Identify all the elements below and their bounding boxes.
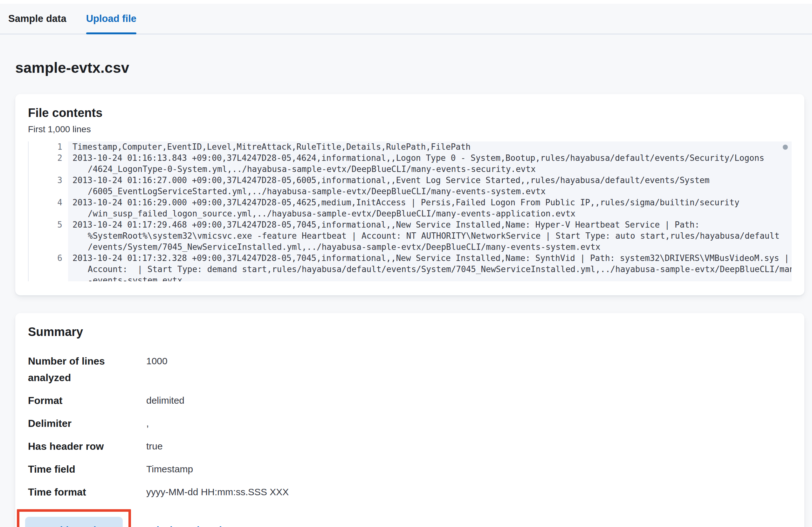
summary-row: Has header rowtrue xyxy=(28,435,792,458)
code-text: /4624_LogonType-0-System.yml,../hayabusa… xyxy=(68,164,792,175)
summary-row: Delimiter, xyxy=(28,412,792,435)
tab-sample-data[interactable]: Sample data xyxy=(8,4,67,34)
code-row: -events-system.evtx xyxy=(29,275,792,281)
code-text: 2013-10-24 01:16:13.843 +09:00,37L4247D2… xyxy=(68,152,792,164)
code-row: 62013-10-24 01:17:32.328 +09:00,37L4247D… xyxy=(29,253,792,264)
top-strip xyxy=(0,0,812,4)
code-row: 22013-10-24 01:16:13.843 +09:00,37L4247D… xyxy=(29,152,792,164)
scrollbar-thumb[interactable] xyxy=(783,145,788,150)
code-row: 32013-10-24 01:16:27.000 +09:00,37L4247D… xyxy=(29,175,792,186)
analysis-explanation-link[interactable]: Analysis explanation xyxy=(139,525,233,527)
summary-row-label: Has header row xyxy=(28,438,146,455)
code-row: /events/System/7045_NewServiceInstalled.… xyxy=(29,241,792,253)
summary-heading: Summary xyxy=(28,325,792,339)
line-number: 5 xyxy=(29,219,68,231)
tab-upload-file-label: Upload file xyxy=(86,13,136,25)
summary-row-value: Timestamp xyxy=(146,461,792,478)
line-number xyxy=(29,208,68,219)
code-row: 42013-10-24 01:16:29.000 +09:00,37L4247D… xyxy=(29,197,792,208)
line-number xyxy=(29,264,68,275)
line-number xyxy=(29,164,68,175)
line-number xyxy=(29,241,68,253)
code-text: 2013-10-24 01:17:32.328 +09:00,37L4247D2… xyxy=(68,253,792,264)
summary-actions: Override settings Analysis explanation xyxy=(28,509,792,527)
code-rows: 1Timestamp,Computer,EventID,Level,MitreA… xyxy=(29,142,792,281)
tab-bar: Sample data Upload file xyxy=(0,4,812,34)
line-number xyxy=(29,231,68,241)
file-preview-codeblock[interactable]: 1Timestamp,Computer,EventID,Level,MitreA… xyxy=(28,142,792,281)
summary-row-value: true xyxy=(146,438,792,455)
line-number: 4 xyxy=(29,197,68,208)
file-contents-subtitle: First 1,000 lines xyxy=(28,124,792,134)
code-text: 2013-10-24 01:16:27.000 +09:00,37L4247D2… xyxy=(68,175,792,186)
summary-row-value: delimited xyxy=(146,392,792,409)
override-settings-button[interactable]: Override settings xyxy=(25,517,123,527)
summary-row: Time formatyyyy-MM-dd HH:mm:ss.SSS XXX xyxy=(28,481,792,503)
line-number: 1 xyxy=(29,142,68,152)
file-contents-card: File contents First 1,000 lines 1Timesta… xyxy=(15,94,804,295)
code-row: %SystemRoot%\system32\vmicsvc.exe -featu… xyxy=(29,231,792,241)
summary-row-value: yyyy-MM-dd HH:mm:ss.SSS XXX xyxy=(146,484,792,500)
code-text: -events-system.evtx xyxy=(68,275,792,281)
summary-row: Formatdelimited xyxy=(28,389,792,412)
code-row: /6005_EventLogServiceStarted.yml,../haya… xyxy=(29,186,792,197)
code-text: Timestamp,Computer,EventID,Level,MitreAt… xyxy=(68,142,792,152)
main-content: sample-evtx.csv File contents First 1,00… xyxy=(15,59,804,527)
code-row: /win_susp_failed_logon_source.yml,../hay… xyxy=(29,208,792,219)
summary-row: Time fieldTimestamp xyxy=(28,458,792,481)
summary-row-label: Number of lines analyzed xyxy=(28,353,146,386)
code-row: 1Timestamp,Computer,EventID,Level,MitreA… xyxy=(29,142,792,152)
code-text: Account: | Start Type: demand start,rule… xyxy=(68,264,792,275)
summary-row-label: Time field xyxy=(28,461,146,478)
code-text: /events/System/7045_NewServiceInstalled.… xyxy=(68,241,792,253)
summary-row-label: Delimiter xyxy=(28,415,146,431)
tab-upload-file[interactable]: Upload file xyxy=(86,4,136,34)
line-number: 6 xyxy=(29,253,68,264)
code-row: Account: | Start Type: demand start,rule… xyxy=(29,264,792,275)
code-row: /4624_LogonType-0-System.yml,../hayabusa… xyxy=(29,164,792,175)
summary-row: Number of lines analyzed1000 xyxy=(28,350,792,389)
line-number xyxy=(29,186,68,197)
line-number xyxy=(29,275,68,281)
line-number: 2 xyxy=(29,152,68,164)
code-row: 52013-10-24 01:17:29.468 +09:00,37L4247D… xyxy=(29,219,792,231)
summary-row-label: Format xyxy=(28,392,146,409)
summary-card: Summary Number of lines analyzed1000Form… xyxy=(15,313,804,527)
line-number: 3 xyxy=(29,175,68,186)
summary-row-label: Time format xyxy=(28,484,146,500)
code-text: /6005_EventLogServiceStarted.yml,../haya… xyxy=(68,186,792,197)
code-text: 2013-10-24 01:17:29.468 +09:00,37L4247D2… xyxy=(68,219,792,231)
page-title: sample-evtx.csv xyxy=(15,59,804,76)
file-contents-heading: File contents xyxy=(28,106,792,120)
code-text: /win_susp_failed_logon_source.yml,../hay… xyxy=(68,208,792,219)
summary-row-value: 1000 xyxy=(146,353,792,386)
summary-row-value: , xyxy=(146,415,792,431)
tab-sample-data-label: Sample data xyxy=(8,13,67,25)
annotation-highlight-box: Override settings xyxy=(17,509,131,527)
code-text: 2013-10-24 01:16:29.000 +09:00,37L4247D2… xyxy=(68,197,792,208)
summary-rows: Number of lines analyzed1000Formatdelimi… xyxy=(28,350,792,503)
code-text: %SystemRoot%\system32\vmicsvc.exe -featu… xyxy=(68,231,792,241)
